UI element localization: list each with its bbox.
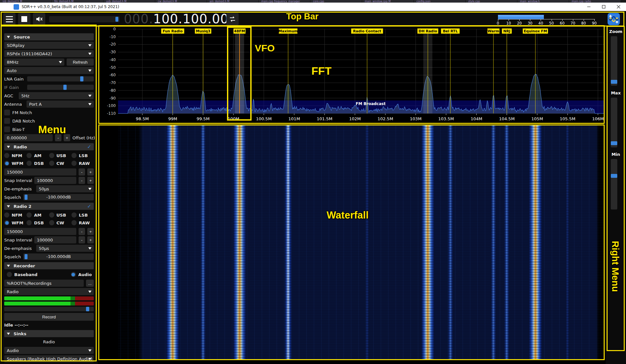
recorder-mode-audio[interactable]: Audio (71, 271, 92, 278)
sinks-section-header[interactable]: Sinks (4, 330, 94, 337)
radio-button[interactable] (71, 161, 77, 166)
if-gain-slider[interactable] (27, 85, 94, 90)
station-label[interactable]: Musiq3 (196, 29, 210, 33)
radio-button[interactable] (71, 153, 77, 158)
mode-lsb[interactable]: LSB (71, 152, 94, 159)
bandwidth-plus-button[interactable]: + (87, 228, 94, 235)
station-label[interactable]: Equinox FM (524, 29, 547, 33)
radio-button[interactable] (49, 153, 54, 158)
volume-slider-handle[interactable] (115, 17, 118, 22)
radio2-bandwidth-input[interactable]: 150000 (4, 228, 76, 235)
mode-cw[interactable]: CW (49, 219, 71, 227)
min-slider[interactable] (611, 159, 617, 209)
editor-tab[interactable]: main_window.h (517, 0, 569, 3)
refresh-button[interactable]: Refresh (67, 59, 94, 66)
radio-button[interactable] (49, 220, 54, 225)
snap-plus-button[interactable]: + (87, 236, 94, 243)
dab-notch-checkbox[interactable] (4, 118, 10, 124)
mode-dsb[interactable]: DSB (27, 219, 49, 227)
radio-button[interactable] (27, 212, 32, 218)
enabled-check-icon[interactable]: ✓ (87, 144, 91, 150)
station-label[interactable]: 48FM (234, 29, 245, 33)
mode-lsb[interactable]: LSB (71, 211, 94, 219)
max-slider[interactable] (611, 98, 617, 147)
recorder-stream-dropdown[interactable]: Radio (4, 288, 94, 295)
mode-usb[interactable]: USB (49, 152, 71, 159)
slider-handle[interactable] (80, 76, 83, 81)
radio-button[interactable] (49, 161, 54, 166)
editor-tab[interactable]: fm_demod.h M (52, 0, 103, 3)
source-type-dropdown[interactable]: SDRplay (4, 42, 94, 49)
squelch-slider[interactable]: -100.000dB (23, 253, 94, 260)
recorder-volume-slider[interactable] (4, 307, 94, 311)
bias-t-checkbox[interactable] (4, 126, 10, 132)
editor-tab[interactable]: isb_demod.h M (0, 0, 52, 3)
frequency-display[interactable]: 000.100.100.000 (124, 12, 237, 27)
radio2-section-header[interactable]: Radio 2✓ (4, 203, 94, 210)
enabled-check-icon[interactable]: ✓ (87, 203, 91, 209)
offset-input[interactable]: 0.000000 (4, 134, 53, 141)
mode-usb[interactable]: USB (49, 211, 71, 219)
slider-handle[interactable] (86, 307, 89, 311)
mode-nfm[interactable]: NFM (4, 211, 27, 219)
stop-button[interactable] (18, 13, 30, 25)
source-device-dropdown[interactable]: RSPdx (191106DA42) (4, 50, 94, 57)
bandwidth-plus-button[interactable]: + (87, 168, 94, 176)
mode-wfm[interactable]: WFM (4, 219, 27, 227)
lna-gain-slider[interactable] (27, 76, 94, 81)
editor-tab[interactable]: cw_demod.h M (155, 0, 207, 3)
radio-button[interactable] (49, 212, 54, 218)
recordings-path-input[interactable]: %ROOT%/Recordings (4, 280, 84, 287)
snap-plus-button[interactable]: + (87, 177, 94, 184)
radio-button[interactable] (4, 161, 9, 166)
deemphasis-dropdown[interactable]: 50µs (36, 245, 94, 252)
bandwidth-minus-button[interactable]: - (79, 228, 85, 235)
editor-tab[interactable]: style.cpp (466, 0, 517, 3)
snap-minus-button[interactable]: - (79, 236, 85, 243)
editor-tab[interactable]: core.cpp (310, 0, 362, 3)
squelch-slider[interactable]: -100.000dB (23, 194, 94, 200)
mode-raw[interactable]: RAW (71, 219, 94, 227)
sink-device-dropdown[interactable]: Speakers (Realtek High Definition Audio) (4, 355, 94, 362)
min-slider-handle[interactable] (611, 174, 617, 178)
mode-dsb[interactable]: DSB (27, 159, 49, 167)
recorder-mode-baseband[interactable]: Baseband (7, 271, 38, 278)
radio-button[interactable] (71, 212, 77, 218)
radio-button[interactable] (71, 272, 76, 277)
agc-dropdown[interactable]: 5Hz (19, 92, 94, 99)
radio-button[interactable] (7, 272, 12, 277)
radio-button[interactable] (71, 220, 77, 225)
deemphasis-dropdown[interactable]: 50µs (36, 185, 94, 192)
zoom-slider-handle[interactable] (611, 80, 617, 84)
editor-tab[interactable]: config.json (414, 0, 466, 3)
radio-button[interactable] (4, 153, 9, 158)
samplerate-dropdown[interactable]: 8MHz (4, 59, 64, 66)
browse-button[interactable]: ... (86, 280, 94, 287)
volume-slider[interactable] (49, 16, 120, 22)
editor-tab[interactable]: am_demod.h M (207, 0, 259, 3)
mode-wfm[interactable]: WFM (4, 159, 27, 167)
maximize-button[interactable] (596, 3, 611, 11)
radio-button[interactable] (27, 220, 32, 225)
station-label[interactable]: Warm (488, 29, 499, 33)
offset-minus-button[interactable]: - (55, 134, 61, 141)
mode-nfm[interactable]: NFM (4, 152, 27, 159)
source-section-header[interactable]: Source (4, 33, 94, 40)
editor-tab[interactable]: main.cpp radio (569, 0, 621, 3)
radio-button[interactable] (27, 153, 32, 158)
editor-tab[interactable]: main.cpp frequency_manager (259, 0, 310, 3)
station-label[interactable]: Maximum (278, 29, 298, 33)
sink-type-dropdown[interactable]: Audio (4, 347, 94, 354)
slider-handle[interactable] (25, 195, 27, 200)
station-label[interactable]: DH Radio (419, 29, 437, 33)
zoom-slider[interactable] (611, 36, 617, 86)
radio-section-header[interactable]: Radio✓ (4, 143, 94, 150)
station-label[interactable]: Bel RTL (443, 29, 458, 33)
editor-tab[interactable]: main_window.cpp M (362, 0, 414, 3)
radio-button[interactable] (4, 212, 9, 218)
recorder-section-header[interactable]: Recorder (4, 262, 94, 269)
snap-minus-button[interactable]: - (79, 177, 85, 184)
vfo-swap-button[interactable] (226, 13, 239, 25)
fm-notch-checkbox[interactable] (4, 110, 10, 115)
minimize-button[interactable] (581, 3, 596, 11)
